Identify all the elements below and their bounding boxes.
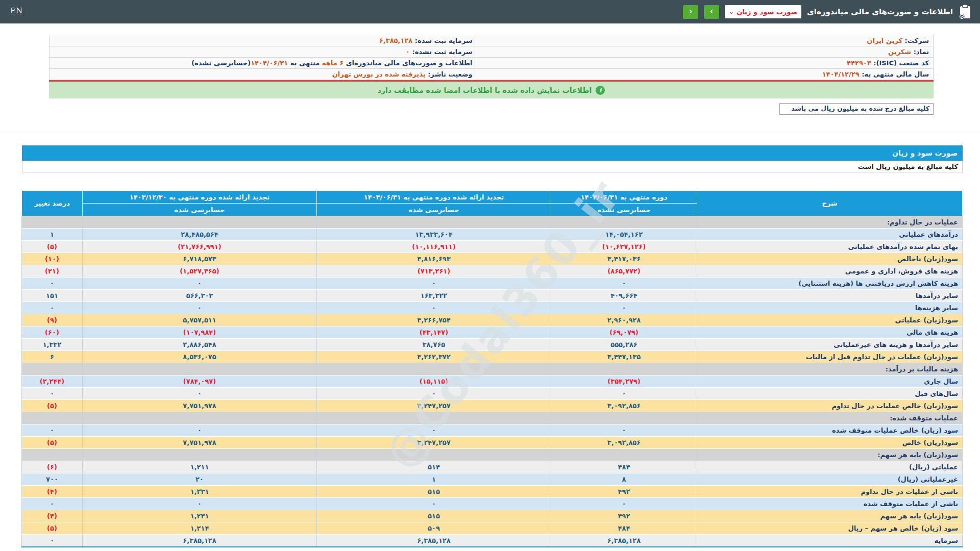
table-row: هزینه های فروش، اداری و عمومی (۸۶۵,۷۷۲)(… [22,265,963,278]
info-value: ۱۴۰۴/۱۲/۲۹ [822,70,860,78]
col-header-description: شرح [697,191,963,216]
info-cell-left: وضعیت ناشر: پذیرفته شده در بورس تهران [50,69,477,80]
table-row: سود (زیان) خالص هر سهم – ریال ۴۸۴۵۰۹۱,۲۱… [22,522,963,535]
value-cell: ۶,۳۸۵,۱۲۸ [83,535,317,547]
table-row: بهای تمام شده درآمدهای عملیاتی (۱۰,۶۳۷,۱… [22,241,963,253]
previous-period-button[interactable]: ‹ [683,5,698,19]
value-cell: (۱,۵۲۷,۳۶۵) [83,265,317,278]
value-cell: ۴۰۹,۶۶۴ [551,290,697,302]
percent-cell: ۱۵۱ [22,290,83,302]
info-cell-right: کد صنعت (ISIC): ۴۴۲۹۰۳ [477,58,933,69]
table-row: سایر درآمدها ۴۰۹,۶۶۴۱۶۳,۳۲۲۵۶۶,۳۰۳ ۱۵۱ [22,290,963,302]
row-label: عملیاتی (ریال) [697,461,963,473]
value-cell: (۴۳,۱۴۷) [317,327,551,339]
percent-cell: (۵) [22,437,83,449]
value-cell: ۴۸۴ [551,461,697,473]
table-row: سایر هزینه‌ها ۰۰۰ ۰ [22,302,963,314]
table-row: سایر درآمدها و هزینه های غیرعملیاتی ۵۵۵,… [22,339,963,351]
table-row: غیرعملیاتی (ریال) ۸۱۲۰ ۷۰۰ [22,473,963,486]
table-row: سود(زیان) ناخالص ۳,۴۱۷,۰۳۶۳,۸۱۶,۶۹۳۶,۷۱۸… [22,253,963,265]
value-cell: ۵,۷۵۷,۵۱۱ [83,314,317,327]
value-cell: ۴۸۴ [551,522,697,535]
value-cell: ۸,۵۳۶,۰۷۵ [83,351,317,363]
value-cell: ۳,۰۹۲,۸۵۶ [551,400,697,412]
value-cell: ۰ [317,388,551,400]
statement-type-dropdown[interactable]: صورت سود و زیان ⌄ [725,5,801,18]
info-cell-left: سرمایه ثبت شده: ۶,۳۸۵,۱۲۸ [50,35,477,46]
info-cell-right: نماد: شکربن [477,46,933,58]
col-subheader-audit1: حسابرسی نشده [551,204,697,216]
row-label: سال جاری [697,375,963,388]
row-label: سود(زیان) ناخالص [697,253,963,265]
section-label: عملیات متوقف شده: [697,412,963,424]
info-cell-right: سال مالی منتهی به: ۱۴۰۴/۱۲/۲۹ [477,69,933,80]
value-cell: ۲۰ [83,473,317,486]
row-label: سایر درآمدها [697,290,963,302]
value-cell: ۳,۲۶۶,۷۵۴ [317,314,551,327]
row-label: هزینه های مالی [697,327,963,339]
signature-notice-text: اطلاعات نمایش داده شده با اطلاعات امضا ش… [378,86,592,94]
value-cell: ۳,۴۱۷,۰۳۶ [551,253,697,265]
value-cell: (۲۱,۷۶۶,۹۹۱) [83,241,317,253]
section-label: سود(زیان) پایه هر سهم: [697,449,963,461]
col-header-period1: دوره منتهی به ۱۴۰۴/۰۶/۳۱ [551,191,697,204]
table-row: عملیاتی (ریال) ۴۸۴۵۱۴۱,۲۱۱ (۶) [22,461,963,473]
section-divider [0,133,980,133]
row-label: سایر درآمدها و هزینه های غیرعملیاتی [697,339,963,351]
info-cell-left: اطلاعات و صورت‌های مالی میاندوره‌ای ۶ ما… [50,58,477,69]
percent-cell: (۲۱) [22,265,83,278]
value-cell: ۳,۴۴۷,۱۳۵ [551,351,697,363]
row-label: ناشی از عملیات متوقف شده [697,498,963,510]
value-cell: ۳,۲۴۷,۲۵۷ [317,400,551,412]
value-cell: ۶,۳۸۵,۱۲۸ [551,535,697,547]
col-header-percent-change: درصد تغییر [22,191,83,216]
row-label: سود(زیان) خالص [697,437,963,449]
row-label: ناشی از عملیات در حال تداوم [697,486,963,498]
value-cell: ۰ [83,302,317,314]
value-cell: ۴۹۲ [551,486,697,498]
value-cell: ۵۰۹ [317,522,551,535]
value-cell: ۰ [551,302,697,314]
value-cell: ۱ [317,473,551,486]
statement-unit-note: کلیه مبالغ به میلیون ریال است [22,161,963,172]
table-row: درآمدهای عملیاتی ۱۴,۰۵۴,۱۶۲۱۳,۹۳۳,۶۰۴۲۸,… [22,229,963,241]
info-value: ۱۴۰۴/۰۶/۳۱ [251,59,288,67]
header-controls: اطلاعات و صورت‌های مالی میاندوره‌ای صورت… [683,4,972,19]
language-link-en[interactable]: EN [10,6,22,15]
table-row: ناشی از عملیات متوقف شده ۰۰۰ ۰ [22,498,963,510]
percent-cell: (۴) [22,510,83,522]
value-cell: ۱,۲۱۴ [83,522,317,535]
table-header: شرح دوره منتهی به ۱۴۰۴/۰۶/۳۱ تجدید ارائه… [22,191,963,216]
clipboard-report-icon [959,4,972,19]
info-label: کد صنعت (ISIC): [871,59,929,67]
percent-cell: ۰ [22,535,83,547]
company-info-row: شرکت: کربن ایران سرمایه ثبت شده: ۶,۳۸۵,۱… [50,35,934,46]
next-period-button[interactable]: › [704,5,719,19]
percent-cell: (۲,۲۴۴) [22,375,83,388]
section-label: عملیات در حال تداوم: [697,216,963,229]
table-row: سود(زیان) خالص ۳,۰۹۲,۸۵۶۳,۲۴۷,۲۵۷۷,۷۵۱,۹… [22,437,963,449]
value-cell: ۸ [551,473,697,486]
section-row: هزینه مالیات بر درآمد: [22,363,963,375]
section-row: عملیات در حال تداوم: [22,216,963,229]
info-label: شرکت: [902,37,929,44]
value-cell: ۱,۲۳۱ [83,486,317,498]
row-label: سود(زیان) خالص عملیات در حال تداوم [697,400,963,412]
row-label: سرمایه [697,535,963,547]
percent-cell: ۰ [22,498,83,510]
value-cell: ۰ [551,278,697,290]
unit-note-box: کلیه مبالغ درج شده به میلیون ریال می باش… [779,103,934,115]
percent-cell: (۹) [22,314,83,327]
value-cell: ۰ [551,388,697,400]
row-label: بهای تمام شده درآمدهای عملیاتی [697,241,963,253]
value-cell: ۲,۹۶۰,۹۲۸ [551,314,697,327]
value-cell: ۳,۲۶۲,۳۷۲ [317,351,551,363]
value-cell: ۳,۲۴۷,۲۵۷ [317,437,551,449]
value-cell: ۷,۷۵۱,۹۷۸ [83,437,317,449]
info-label: سرمایه ثبت شده: [412,37,472,44]
value-cell: ۰ [317,424,551,437]
value-cell: ۰ [317,498,551,510]
row-label: هزینه کاهش ارزش دریافتنی ها (هزینه استثن… [697,278,963,290]
info-cell-right: شرکت: کربن ایران [477,35,933,46]
table-row: سود(زیان) پایه هر سهم ۴۹۲۵۱۵۱,۲۳۱ (۴) [22,510,963,522]
